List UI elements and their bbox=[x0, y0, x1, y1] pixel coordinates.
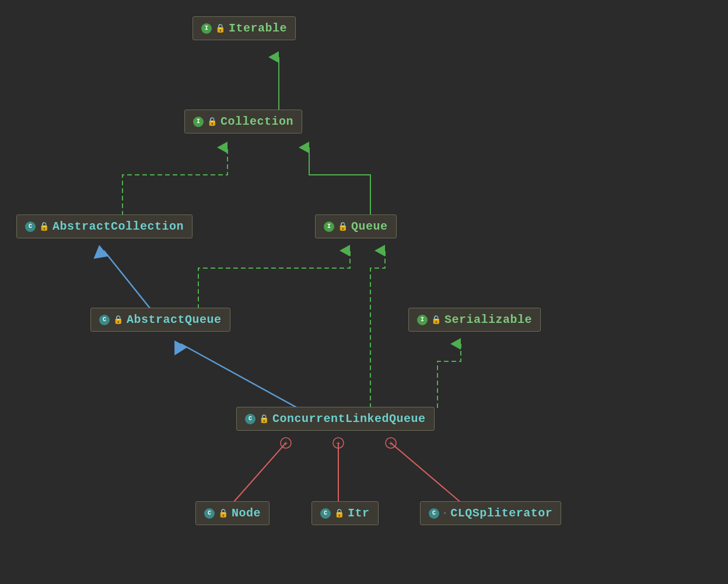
label-itr: Itr bbox=[348, 506, 370, 520]
node-node[interactable]: C 🔒 Node bbox=[195, 501, 270, 525]
circle-clq-spliterator: ◦ bbox=[443, 509, 447, 518]
node-concurrent-linked-queue[interactable]: C 🔒 ConcurrentLinkedQueue bbox=[236, 407, 435, 431]
label-collection: Collection bbox=[220, 115, 293, 128]
lock-serializable: 🔒 bbox=[431, 315, 441, 325]
lock-itr: 🔒 bbox=[334, 508, 344, 518]
icon-abstract-collection: C bbox=[25, 221, 36, 232]
label-iterable: Iterable bbox=[229, 22, 287, 35]
icon-queue: I bbox=[324, 221, 334, 232]
svg-point-13 bbox=[386, 438, 396, 448]
lock-collection: 🔒 bbox=[207, 117, 217, 126]
lock-queue: 🔒 bbox=[338, 221, 348, 231]
lock-abstract-collection: 🔒 bbox=[39, 221, 49, 231]
label-abstract-queue: AbstractQueue bbox=[127, 313, 222, 326]
icon-iterable: I bbox=[201, 23, 212, 34]
icon-serializable: I bbox=[417, 315, 428, 325]
icon-abstract-queue: C bbox=[99, 315, 110, 325]
svg-line-4 bbox=[104, 251, 150, 309]
lock-clq: 🔒 bbox=[259, 414, 269, 424]
svg-text:+: + bbox=[284, 439, 288, 448]
icon-collection: I bbox=[193, 117, 204, 127]
node-iterable[interactable]: I 🔒 Iterable bbox=[192, 16, 296, 40]
icon-node: C bbox=[204, 508, 215, 519]
label-clq-spliterator: CLQSpliterator bbox=[450, 506, 552, 520]
icon-clq: C bbox=[245, 414, 256, 424]
label-queue: Queue bbox=[351, 220, 388, 233]
node-abstract-collection[interactable]: C 🔒 AbstractCollection bbox=[16, 214, 192, 238]
svg-point-11 bbox=[333, 438, 344, 448]
label-clq: ConcurrentLinkedQueue bbox=[272, 412, 426, 425]
node-itr[interactable]: C 🔒 Itr bbox=[312, 501, 379, 525]
label-serializable: Serializable bbox=[444, 313, 532, 326]
node-collection[interactable]: I 🔒 Collection bbox=[184, 110, 302, 133]
icon-clq-spliterator: C bbox=[429, 508, 439, 519]
lock-abstract-queue: 🔒 bbox=[113, 315, 123, 325]
diagram-container: + + + I 🔒 Iterable I 🔒 Collection C 🔒 Ab… bbox=[0, 0, 728, 584]
svg-point-9 bbox=[281, 438, 291, 448]
svg-line-8 bbox=[391, 443, 461, 502]
arrows-svg: + + + bbox=[0, 0, 728, 584]
label-abstract-collection: AbstractCollection bbox=[52, 220, 184, 233]
svg-text:+: + bbox=[388, 439, 393, 448]
node-queue[interactable]: I 🔒 Queue bbox=[315, 214, 397, 238]
label-node: Node bbox=[232, 506, 261, 520]
node-serializable[interactable]: I 🔒 Serializable bbox=[408, 308, 541, 332]
svg-line-6 bbox=[233, 443, 286, 502]
svg-line-5 bbox=[181, 344, 298, 408]
node-abstract-queue[interactable]: C 🔒 AbstractQueue bbox=[90, 308, 230, 332]
lock-iterable: 🔒 bbox=[215, 23, 225, 33]
svg-text:+: + bbox=[336, 439, 341, 448]
node-clq-spliterator[interactable]: C ◦ CLQSpliterator bbox=[420, 501, 561, 525]
icon-itr: C bbox=[320, 508, 331, 519]
lock-node: 🔒 bbox=[218, 508, 228, 518]
